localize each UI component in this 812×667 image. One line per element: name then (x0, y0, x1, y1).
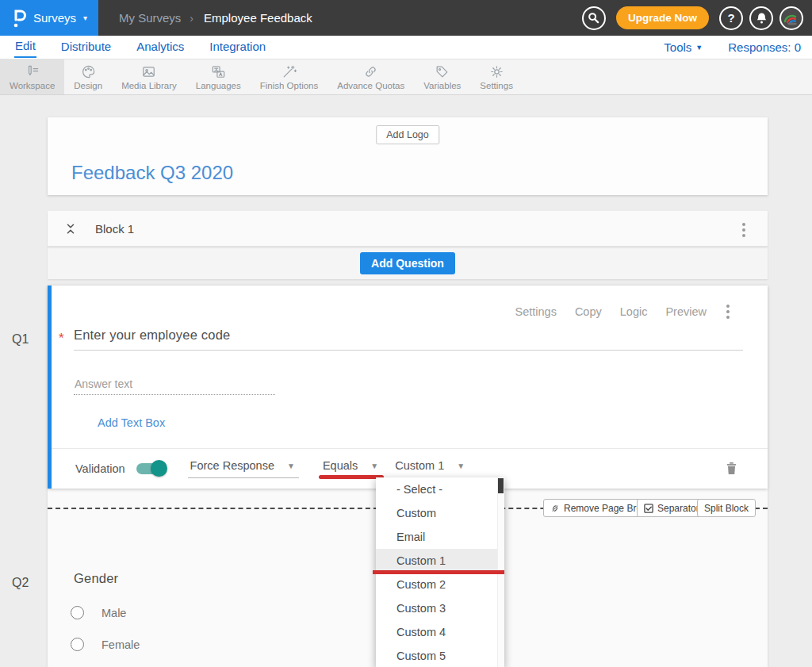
answer-input-line[interactable] (74, 394, 275, 395)
operator-value: Equals (323, 459, 358, 472)
bell-icon (756, 12, 768, 25)
breadcrumb-my-surveys[interactable]: My Surveys (119, 11, 181, 25)
collapse-block-button[interactable] (65, 223, 76, 235)
toolbar-label: Design (74, 81, 102, 90)
add-question-button[interactable]: Add Question (360, 252, 455, 274)
toolbar-item-finish-options[interactable]: Finish Options (251, 59, 328, 94)
dropdown-option-custom[interactable]: Custom (376, 501, 504, 525)
question-logic-link[interactable]: Logic (620, 305, 648, 318)
dropdown-option-custom5[interactable]: Custom 5 (376, 644, 504, 667)
toolbar-item-variables[interactable]: Variables (414, 59, 470, 94)
question-text-underline (74, 350, 743, 351)
force-response-dropdown[interactable]: Force Response ▼ (188, 459, 299, 478)
workspace-icon (25, 64, 40, 79)
toolbar-label: Finish Options (260, 81, 319, 90)
answer-text-placeholder[interactable]: Answer text (75, 378, 132, 390)
separator-label: Separator (657, 503, 699, 514)
avatar-logo-icon (782, 9, 801, 28)
notifications-button[interactable] (749, 6, 773, 30)
radio-option-male[interactable]: Male (71, 606, 126, 619)
tab-distribute[interactable]: Distribute (60, 37, 112, 57)
product-menu[interactable]: Surveys ▾ (0, 0, 98, 36)
tab-integration[interactable]: Integration (209, 37, 266, 57)
add-question-strip: Add Question (48, 247, 768, 279)
question-2-number: Q2 (12, 576, 29, 590)
toggle-knob (151, 460, 167, 477)
dropdown-option-custom1-highlighted[interactable]: Custom 1 (376, 549, 504, 573)
question-1-number: Q1 (12, 332, 29, 347)
search-icon (588, 12, 599, 24)
question-1-text[interactable]: Enter your employee code (74, 328, 230, 343)
question-settings-link[interactable]: Settings (515, 305, 556, 318)
dropdown-option-custom3[interactable]: Custom 3 (376, 596, 504, 620)
dropdown-option-custom2[interactable]: Custom 2 (376, 573, 504, 596)
dropdown-option-select[interactable]: - Select - (376, 477, 504, 501)
top-actions: Upgrade Now ? (582, 6, 812, 30)
magic-wand-icon (282, 64, 297, 79)
operator-dropdown[interactable]: Equals ▼ (320, 459, 382, 478)
tag-icon (435, 64, 450, 79)
toolbar-item-workspace[interactable]: Workspace (0, 59, 64, 94)
split-block-button[interactable]: Split Block (697, 499, 756, 517)
separator-button[interactable]: Separator (637, 499, 707, 517)
user-avatar[interactable] (779, 6, 803, 30)
dropdown-option-custom4[interactable]: Custom 4 (376, 620, 504, 644)
radio-option-label[interactable]: Female (102, 638, 140, 651)
question-copy-link[interactable]: Copy (575, 305, 602, 318)
add-text-box-link[interactable]: Add Text Box (98, 416, 165, 429)
survey-title[interactable]: Feedback Q3 2020 (71, 162, 233, 184)
validation-value-open-dropdown: - Select - Custom Email Custom 1 Custom … (376, 477, 504, 667)
question-mark-icon: ? (727, 11, 734, 25)
question-2-text[interactable]: Gender (74, 571, 118, 586)
tab-edit[interactable]: Edit (14, 36, 36, 58)
radio-button-icon[interactable] (71, 638, 84, 651)
toolbar-item-settings[interactable]: Settings (470, 59, 523, 94)
toolbar-item-media-library[interactable]: Media Library (112, 59, 186, 94)
delete-validation-button[interactable] (726, 462, 737, 475)
product-name: Surveys (33, 11, 76, 25)
tools-label: Tools (664, 40, 691, 54)
validation-toggle[interactable] (136, 463, 166, 474)
chevron-down-icon: ▼ (695, 44, 703, 52)
tab-analytics[interactable]: Analytics (136, 37, 185, 57)
responses-count[interactable]: Responses: 0 (728, 40, 801, 54)
question-actions: Settings Copy Logic Preview (515, 301, 733, 322)
block-title[interactable]: Block 1 (95, 222, 134, 236)
validation-label: Validation (75, 462, 125, 475)
block-menu-button[interactable] (739, 220, 749, 240)
help-button[interactable]: ? (719, 6, 743, 30)
dropdown-option-email[interactable]: Email (376, 525, 504, 549)
radio-option-label[interactable]: Male (102, 607, 126, 619)
collapse-icon (65, 223, 76, 235)
toolbar-item-design[interactable]: Design (64, 59, 112, 94)
chevron-down-icon: ▼ (287, 461, 295, 472)
chevron-down-icon: ▼ (370, 461, 378, 472)
validation-value-dropdown[interactable]: Custom 1 ▼ (393, 459, 469, 478)
survey-header-card: Add Logo Feedback Q3 2020 (48, 117, 768, 195)
search-button[interactable] (582, 6, 606, 30)
toolbar-label: Media Library (121, 81, 177, 90)
add-logo-button[interactable]: Add Logo (376, 125, 439, 144)
toolbar-label: Settings (480, 81, 513, 90)
toolbar-item-languages[interactable]: Languages (186, 59, 251, 94)
checkbox-checked-icon (644, 504, 653, 513)
broken-link-icon (550, 504, 560, 513)
scrollbar-thumb[interactable] (498, 478, 504, 493)
breadcrumb: My Surveys › Employee Feedback (119, 11, 312, 25)
question-preview-link[interactable]: Preview (665, 305, 707, 318)
tabs-right: Tools ▼ Responses: 0 (664, 40, 801, 54)
block-header: Block 1 (48, 211, 768, 247)
radio-button-icon[interactable] (71, 606, 84, 619)
validation-value: Custom 1 (395, 459, 444, 472)
toolbar-label: Workspace (10, 81, 55, 90)
radio-option-female[interactable]: Female (71, 638, 140, 651)
upgrade-now-button[interactable]: Upgrade Now (616, 6, 709, 29)
question-menu-button[interactable] (723, 301, 733, 322)
force-response-value: Force Response (190, 459, 274, 472)
tools-menu[interactable]: Tools ▼ (664, 40, 703, 54)
questionpro-logo-icon (11, 8, 26, 29)
required-asterisk: * (59, 331, 64, 347)
split-block-label: Split Block (704, 503, 749, 514)
chain-links-icon (363, 64, 378, 79)
toolbar-item-advance-quotas[interactable]: Advance Quotas (327, 59, 414, 94)
